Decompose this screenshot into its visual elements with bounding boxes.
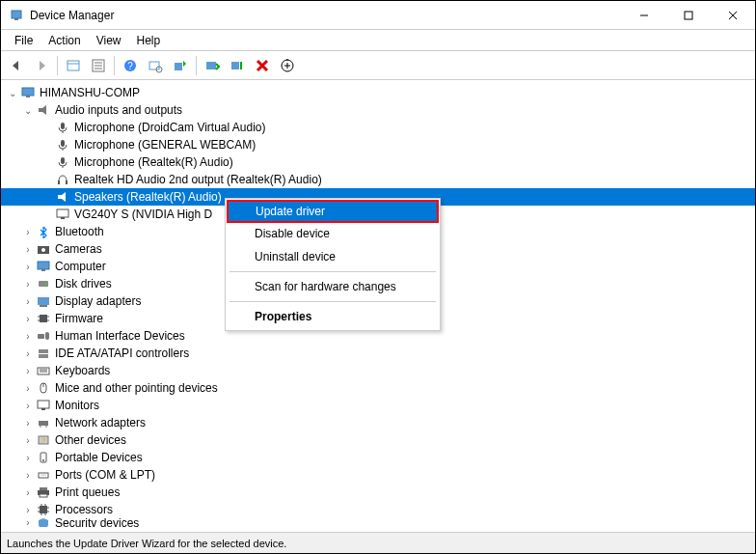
- security-icon: [36, 518, 51, 527]
- chevron-right-icon[interactable]: ›: [20, 485, 36, 500]
- chevron-right-icon[interactable]: ›: [20, 241, 36, 257]
- chevron-right-icon[interactable]: ›: [20, 415, 36, 430]
- chevron-down-icon[interactable]: ⌄: [5, 85, 20, 100]
- disk-icon: [36, 276, 51, 291]
- tree-item-audio[interactable]: Microphone (GENERAL WEBCAM): [1, 136, 755, 153]
- context-disable-device[interactable]: Disable device: [228, 222, 438, 245]
- help-button[interactable]: ?: [119, 54, 142, 77]
- svg-rect-58: [38, 401, 49, 408]
- svg-rect-17: [206, 62, 216, 69]
- enable-device-button[interactable]: [201, 54, 224, 77]
- tree-category-network[interactable]: › Network adapters: [1, 414, 755, 431]
- tree-label: Realtek HD Audio 2nd output (Realtek(R) …: [74, 173, 322, 186]
- svg-rect-3: [685, 12, 692, 19]
- tree-item-audio[interactable]: Realtek HD Audio 2nd output (Realtek(R) …: [1, 171, 755, 188]
- chevron-right-icon[interactable]: ›: [20, 502, 36, 517]
- chevron-right-icon[interactable]: ›: [20, 293, 36, 309]
- menu-action[interactable]: Action: [40, 32, 88, 49]
- menubar: File Action View Help: [1, 30, 755, 51]
- context-scan-hardware[interactable]: Scan for hardware changes: [228, 275, 438, 298]
- tree-label: Display adapters: [55, 294, 141, 308]
- tree-category-processors[interactable]: › Processors: [1, 501, 755, 518]
- tree-category-ports[interactable]: › Ports (COM & LPT): [1, 466, 755, 484]
- tree-category-audio[interactable]: ⌄ Audio inputs and outputs: [1, 101, 755, 119]
- svg-point-41: [45, 283, 47, 285]
- back-button[interactable]: [5, 54, 28, 77]
- scan-hardware-button[interactable]: [144, 54, 167, 77]
- speaker-icon: [36, 102, 51, 118]
- tree-label: Network adapters: [55, 416, 146, 429]
- chevron-right-icon[interactable]: ›: [20, 276, 36, 291]
- titlebar: Device Manager: [1, 1, 755, 30]
- chevron-right-icon[interactable]: ›: [20, 518, 36, 527]
- forward-button[interactable]: [30, 54, 53, 77]
- chevron-right-icon[interactable]: ›: [20, 328, 36, 344]
- svg-point-66: [42, 459, 44, 461]
- tree-label: Portable Devices: [55, 451, 143, 464]
- maximize-button[interactable]: [666, 1, 711, 30]
- tree-label: Other devices: [55, 433, 126, 447]
- properties-button[interactable]: [87, 54, 110, 77]
- tree-category-print[interactable]: › Print queues: [1, 484, 755, 501]
- disable-device-button[interactable]: [226, 54, 249, 77]
- chevron-right-icon[interactable]: ›: [20, 380, 36, 396]
- show-hide-tree-button[interactable]: [62, 54, 85, 77]
- context-properties[interactable]: Properties: [228, 305, 438, 328]
- microphone-icon: [55, 137, 70, 152]
- app-icon: [9, 8, 24, 23]
- chevron-down-icon[interactable]: ⌄: [20, 102, 36, 118]
- tree-root[interactable]: ⌄ HIMANSHU-COMP: [1, 84, 755, 101]
- tree-label: Disk drives: [55, 277, 112, 291]
- chevron-right-icon[interactable]: ›: [20, 432, 36, 448]
- tree-category-other[interactable]: › ? Other devices: [1, 431, 755, 449]
- chevron-right-icon[interactable]: ›: [20, 398, 36, 413]
- tree-item-audio[interactable]: Microphone (DroidCam Virtual Audio): [1, 119, 755, 136]
- tree-category-keyboards[interactable]: › Keyboards: [1, 362, 755, 379]
- chevron-right-icon[interactable]: ›: [20, 259, 36, 274]
- tree-category-security[interactable]: › Security devices: [1, 518, 755, 527]
- monitor-icon: [36, 398, 51, 413]
- keyboard-icon: [36, 363, 51, 378]
- port-icon: [36, 467, 51, 483]
- svg-rect-22: [22, 88, 34, 96]
- toolbar: ?: [1, 51, 755, 80]
- tree-category-portable[interactable]: › Portable Devices: [1, 449, 755, 466]
- context-menu: Update driver Disable device Uninstall d…: [225, 198, 441, 331]
- chevron-right-icon[interactable]: ›: [20, 224, 36, 239]
- context-update-driver[interactable]: Update driver: [227, 200, 439, 223]
- tree-label: Audio inputs and outputs: [55, 103, 182, 117]
- tree-label: Cameras: [55, 242, 102, 256]
- menu-help[interactable]: Help: [129, 32, 169, 49]
- menu-view[interactable]: View: [89, 32, 129, 49]
- uninstall-device-button[interactable]: [251, 54, 274, 77]
- update-driver-button[interactable]: [169, 54, 192, 77]
- other-devices-icon: ?: [36, 432, 51, 448]
- tree-category-ide[interactable]: › IDE ATA/ATAPI controllers: [1, 345, 755, 362]
- tree-label: Microphone (GENERAL WEBCAM): [74, 138, 256, 152]
- window-title: Device Manager: [30, 9, 622, 22]
- ide-icon: [36, 346, 51, 361]
- processor-icon: [36, 502, 51, 517]
- chevron-right-icon[interactable]: ›: [20, 311, 36, 326]
- microphone-icon: [55, 120, 70, 135]
- close-button[interactable]: [711, 1, 755, 30]
- svg-rect-71: [40, 487, 47, 490]
- svg-point-68: [41, 475, 42, 476]
- add-legacy-hardware-button[interactable]: [276, 54, 299, 77]
- svg-rect-38: [38, 262, 49, 269]
- chevron-right-icon[interactable]: ›: [20, 467, 36, 483]
- svg-rect-32: [66, 180, 68, 184]
- chevron-right-icon[interactable]: ›: [20, 346, 36, 361]
- speaker-icon: [55, 189, 70, 205]
- tree-category-monitors[interactable]: › Monitors: [1, 397, 755, 414]
- chevron-right-icon[interactable]: ›: [20, 450, 36, 465]
- tree-category-mice[interactable]: › Mice and other pointing devices: [1, 379, 755, 397]
- menu-file[interactable]: File: [7, 32, 40, 49]
- tree-label: Ports (COM & LPT): [55, 468, 155, 482]
- tree-item-audio[interactable]: Microphone (Realtek(R) Audio): [1, 153, 755, 171]
- chevron-right-icon[interactable]: ›: [20, 363, 36, 378]
- svg-rect-42: [38, 297, 49, 305]
- portable-icon: [36, 450, 51, 465]
- context-uninstall-device[interactable]: Uninstall device: [228, 245, 438, 268]
- minimize-button[interactable]: [622, 1, 666, 30]
